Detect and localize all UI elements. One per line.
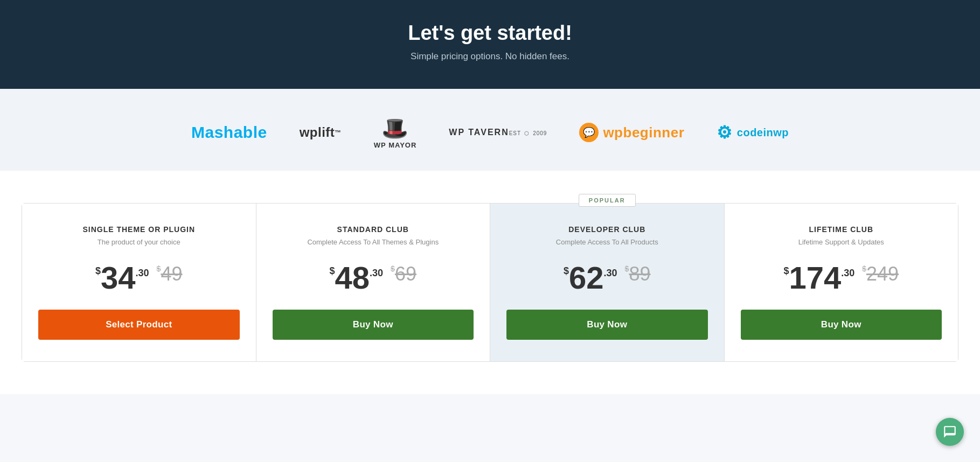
buy-now-button-standard[interactable]: Buy Now <box>273 310 474 340</box>
card-subtitle-standard: Complete Access To All Themes & Plugins <box>273 238 474 246</box>
price-row-standard: $ 48 .30 $ 69 <box>273 262 474 293</box>
page-header: Let's get started! Simple pricing option… <box>0 0 980 89</box>
page-subtitle: Simple pricing options. No hidden fees. <box>11 51 969 62</box>
pricing-card-lifetime: LIFETIME CLUB Lifetime Support & Updates… <box>725 204 958 361</box>
original-price-standard: $ 69 <box>391 262 416 284</box>
current-price-developer: $ 62 .30 <box>564 262 617 293</box>
price-row-lifetime: $ 174 .30 $ 249 <box>741 262 942 293</box>
pricing-cards: SINGLE THEME OR PLUGIN The product of yo… <box>22 203 958 362</box>
popular-badge: POPULAR <box>579 194 636 207</box>
chat-icon <box>943 425 957 439</box>
logo-mashable: Mashable <box>191 123 267 142</box>
codeinwp-icon: ⚙ <box>717 122 733 143</box>
original-price-developer: $ 89 <box>625 262 651 284</box>
pricing-card-standard: STANDARD CLUB Complete Access To All The… <box>256 204 491 361</box>
original-price-single: $ 49 <box>157 262 183 284</box>
current-price-standard: $ 48 .30 <box>330 262 384 293</box>
card-subtitle-developer: Complete Access To All Products <box>506 238 708 246</box>
card-subtitle-lifetime: Lifetime Support & Updates <box>741 238 942 246</box>
price-row-developer: $ 62 .30 $ 89 <box>506 262 708 293</box>
logo-wpbeginner: 💬 wpbeginner <box>579 123 684 142</box>
wpbeginner-icon: 💬 <box>579 123 599 142</box>
select-product-button[interactable]: Select Product <box>38 310 240 340</box>
current-price-single: $ 34 .30 <box>95 262 149 293</box>
current-price-lifetime: $ 174 .30 <box>783 262 854 293</box>
card-title-standard: STANDARD CLUB <box>273 225 474 234</box>
wpmayor-icon: 🎩 <box>381 116 409 141</box>
logo-wptavern: WP TAVERN EST⬡2009 <box>449 128 547 137</box>
pricing-card-single: SINGLE THEME OR PLUGIN The product of yo… <box>22 204 256 361</box>
card-title-lifetime: LIFETIME CLUB <box>741 225 942 234</box>
price-row-single: $ 34 .30 $ 49 <box>38 262 240 293</box>
page-title: Let's get started! <box>11 22 969 45</box>
logo-wpmayor: 🎩 WP MAYOR <box>374 116 417 149</box>
buy-now-button-lifetime[interactable]: Buy Now <box>741 310 942 340</box>
pricing-card-developer: POPULAR DEVELOPER CLUB Complete Access T… <box>490 204 725 361</box>
pricing-section: SINGLE THEME OR PLUGIN The product of yo… <box>0 171 980 394</box>
card-title-single: SINGLE THEME OR PLUGIN <box>38 225 240 234</box>
original-price-lifetime: $ 249 <box>862 262 899 284</box>
buy-now-button-developer[interactable]: Buy Now <box>506 310 708 340</box>
logo-codeinwp: ⚙ codeinwp <box>717 122 789 143</box>
logos-section: Mashable wplift™ 🎩 WP MAYOR WP TAVERN ES… <box>0 89 980 171</box>
chat-bubble[interactable] <box>936 418 964 446</box>
logo-wplift: wplift™ <box>300 125 342 140</box>
card-subtitle-single: The product of your choice <box>38 238 240 246</box>
card-title-developer: DEVELOPER CLUB <box>506 225 708 234</box>
